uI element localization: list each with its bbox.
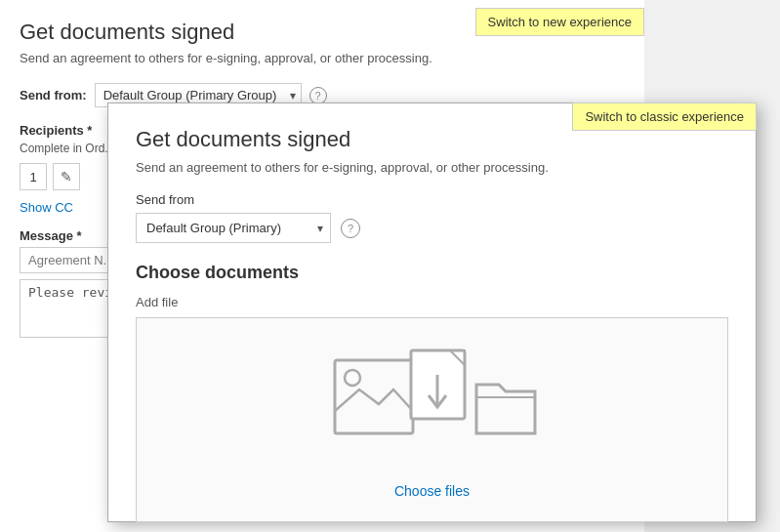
svg-point-1 <box>345 370 360 386</box>
modal-panel: Switch to classic experience Get documen… <box>107 102 757 522</box>
switch-classic-experience-button[interactable]: Switch to classic experience <box>572 102 757 131</box>
modal-help-icon[interactable]: ? <box>341 219 360 238</box>
modal-send-from-label: Send from <box>136 192 728 207</box>
bg-page-subtitle: Send an agreement to others for e-signin… <box>20 51 625 65</box>
modal-send-from-row: Default Group (Primary) ▾ ? <box>136 213 728 243</box>
modal-subtitle: Send an agreement to others for e-signin… <box>136 160 728 175</box>
bg-sign-icon: ✎ <box>53 163 80 190</box>
modal-send-from-select-wrapper[interactable]: Default Group (Primary) ▾ <box>136 213 331 243</box>
choose-files-link[interactable]: Choose files <box>394 483 470 499</box>
modal-file-drop-area[interactable]: Choose files <box>136 317 728 522</box>
switch-new-experience-button[interactable]: Switch to new experience <box>475 8 644 36</box>
bg-help-icon[interactable]: ? <box>309 87 327 104</box>
bg-recipient-number: 1 <box>20 163 47 190</box>
modal-file-icons-group <box>325 341 540 468</box>
modal-send-from-select[interactable]: Default Group (Primary) <box>136 213 331 243</box>
file-upload-illustration <box>325 341 540 468</box>
modal-add-file-label: Add file <box>136 295 728 309</box>
modal-choose-docs-title: Choose documents <box>136 263 728 283</box>
bg-send-from-label: Send from: <box>20 88 87 102</box>
